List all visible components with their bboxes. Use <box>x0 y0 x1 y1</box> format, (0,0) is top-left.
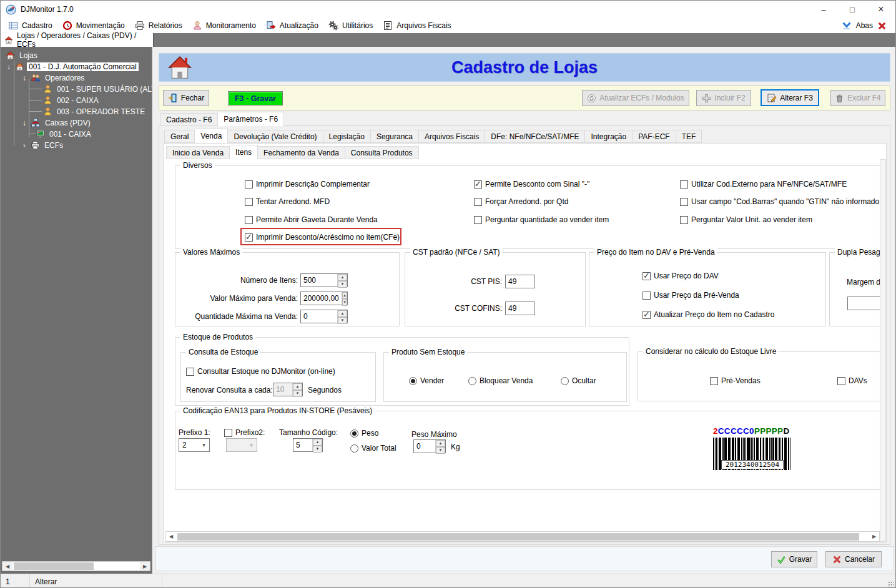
spinner-arrows[interactable]: ▲▼ <box>342 292 347 305</box>
expand-arrow-icon[interactable]: › <box>21 141 28 150</box>
tab-itens[interactable]: Itens <box>230 145 258 159</box>
checkbox-usar-campo-cod-barras[interactable]: Usar campo "Cod.Barras" quando "GTIN" nã… <box>680 197 879 207</box>
tab-venda[interactable]: Venda <box>195 129 228 143</box>
quantidade-maxima-venda-spinner[interactable]: 0▲▼ <box>300 310 348 323</box>
tab-paf-ecf[interactable]: PAF-ECF <box>633 130 676 143</box>
spinner-value[interactable]: 500 <box>301 274 337 287</box>
scrollbar-thumb[interactable] <box>177 533 859 541</box>
renovar-consulta-spinner[interactable]: 10▲▼ <box>273 383 303 396</box>
tree-horizontal-scrollbar[interactable]: ◀ ▶ <box>2 561 150 571</box>
checkbox-usar-preco-dav[interactable]: Usar Preço do DAV <box>642 271 719 281</box>
resize-grip[interactable] <box>888 581 894 587</box>
incluir-button[interactable]: Incluir F2 <box>696 90 751 106</box>
menu-movimentacao[interactable]: Movimentação <box>59 19 131 32</box>
cancelar-button[interactable]: Cancelar <box>825 551 882 567</box>
tab-devolucao[interactable]: Devolução (Vale Crédito) <box>228 130 323 143</box>
tree-item-ecfs[interactable]: › ECFs <box>21 140 65 150</box>
spinner-arrows[interactable]: ▲▼ <box>337 310 347 323</box>
radio-vender[interactable]: Vender <box>409 376 444 386</box>
margem-input[interactable]: 15, <box>847 296 880 310</box>
prefixo2-select[interactable]: ▼ <box>226 438 257 452</box>
checkbox-permite-abrir-gaveta[interactable]: Permite Abrir Gaveta Durante Venda <box>245 215 378 225</box>
tab-cadastro-f6[interactable]: Cadastro - F6 <box>160 113 218 126</box>
close-button[interactable]: × <box>867 1 895 18</box>
checkbox-consultar-estoque[interactable]: Consultar Estoque no DJMonitor (on-line) <box>186 366 335 376</box>
maximize-button[interactable]: □ <box>838 1 867 18</box>
checkbox-forcar-arredond-qtd[interactable]: Forçar Arredond. por Qtd <box>474 197 568 207</box>
checkbox-utilizar-cod-externo[interactable]: Utilizar Cod.Externo para NFe/NFCe/SAT/M… <box>680 179 847 189</box>
excluir-button[interactable]: Excluir F4 <box>830 90 885 106</box>
checkbox-permite-desconto-sinal[interactable]: Permite Desconto com Sinal "-" <box>474 179 589 189</box>
scroll-right-icon[interactable]: ▶ <box>869 532 879 541</box>
spinner-arrows[interactable]: ▲▼ <box>312 439 322 451</box>
tab-dfe[interactable]: DFe: NFe/NFCe/SAT/MFE <box>485 130 585 143</box>
abas-label[interactable]: Abas <box>856 21 873 30</box>
checkbox-imprimir-descricao-complementar[interactable]: Imprimir Descrição Complementar <box>245 179 370 189</box>
checkbox-atualizar-preco-item[interactable]: Atualizar Preço do Item no Cadastro <box>642 310 774 320</box>
checkbox-perguntar-valor-unit[interactable]: Perguntar Valor Unit. ao vender item <box>680 215 812 225</box>
spinner-value[interactable]: 5 <box>293 439 312 451</box>
tree-item-operadores[interactable]: ↓ Operadores <box>21 72 86 83</box>
minimize-button[interactable]: – <box>809 1 838 18</box>
close-tabs-icon[interactable] <box>877 21 887 31</box>
tree-item-caixa-001[interactable]: 001 - CAIXA <box>36 129 93 139</box>
menu-cadastro[interactable]: Cadastro <box>4 19 59 32</box>
spinner-arrows[interactable]: ▲▼ <box>337 274 347 287</box>
content-vertical-scrollbar[interactable] <box>880 159 886 542</box>
valor-maximo-venda-spinner[interactable]: 200000,00▲▼ <box>300 292 348 305</box>
radio-peso[interactable]: Peso <box>350 428 378 438</box>
numero-itens-spinner[interactable]: 500▲▼ <box>300 273 348 287</box>
tree-item-operador-001[interactable]: 001 - SUPER USUÁRIO (ALTERE <box>43 84 152 94</box>
cst-cofins-input[interactable]: 49 <box>505 301 535 315</box>
expand-arrow-icon[interactable]: ↓ <box>21 74 28 82</box>
tree-item-loja-001[interactable]: ↓ 001 - D.J. Automação Comercial <box>5 61 139 72</box>
spinner-arrows[interactable]: ▲▼ <box>292 383 302 396</box>
menu-monitoramento[interactable]: Monitoramento <box>189 19 262 32</box>
checkbox-pre-vendas[interactable]: Pré-Vendas <box>710 376 761 386</box>
alterar-button[interactable]: Alterar F3 <box>761 89 819 106</box>
tab-parametros-f6[interactable]: Parâmetros - F6 <box>218 112 284 126</box>
fechar-button[interactable]: Fechar <box>163 90 209 106</box>
checkbox-davs[interactable]: DAVs <box>837 376 867 386</box>
atualizar-ecfs-button[interactable]: Atualizar ECFs / Modulos <box>582 90 689 106</box>
cst-pis-input[interactable]: 49 <box>505 275 535 288</box>
tab-tef[interactable]: TEF <box>676 130 702 143</box>
tab-legislacao[interactable]: Legislação <box>323 130 371 143</box>
tab-geral[interactable]: Geral <box>164 130 195 143</box>
checkbox-prefixo2[interactable]: Prefixo2: <box>224 428 265 438</box>
scrollbar-thumb[interactable] <box>14 562 94 570</box>
tab-seguranca[interactable]: Seguranca <box>371 130 419 143</box>
spinner-value[interactable]: 0 <box>414 440 435 453</box>
tamanho-codigo-spinner[interactable]: 5▲▼ <box>293 438 323 452</box>
tree-item-caixas-pdv[interactable]: ↓ Caixas (PDV) <box>21 117 92 128</box>
gravar-button[interactable]: Gravar <box>771 551 817 567</box>
checkbox-usar-preco-pre-venda[interactable]: Usar Preço da Pré-Venda <box>642 290 739 300</box>
spinner-arrows[interactable]: ▲▼ <box>435 440 445 453</box>
peso-maximo-spinner[interactable]: 0▲▼ <box>413 439 446 453</box>
radio-ocultar[interactable]: Ocultar <box>561 376 596 386</box>
menu-atualizacao[interactable]: Atualização <box>262 19 325 32</box>
tab-integracao[interactable]: Integração <box>585 130 633 143</box>
radio-bloquear-venda[interactable]: Bloquear Venda <box>468 376 533 386</box>
radio-valor-total[interactable]: Valor Total <box>350 443 396 453</box>
tab-inicio-da-venda[interactable]: Inicio da Venda <box>166 146 230 159</box>
tab-arquivos-fiscais[interactable]: Arquivos Fiscais <box>419 130 485 143</box>
menu-arquivos-fiscais[interactable]: Arquivos Fiscais <box>379 19 457 32</box>
tab-fechamento-da-venda[interactable]: Fechamento da Venda <box>258 146 345 159</box>
scroll-right-icon[interactable]: ▶ <box>140 562 150 571</box>
tree-item-operador-002[interactable]: 002 - CAIXA <box>43 95 101 105</box>
prefixo1-select[interactable]: 2▼ <box>179 438 210 452</box>
f3-gravar-badge[interactable]: F3 - Gravar <box>228 91 283 105</box>
menu-utilitarios[interactable]: Utilitários <box>325 19 379 32</box>
tab-consulta-produtos[interactable]: Consulta Produtos <box>345 146 419 159</box>
checkbox-tentar-arredond-mfd[interactable]: Tentar Arredond. MFD <box>245 197 330 207</box>
scroll-left-icon[interactable]: ◀ <box>166 532 176 541</box>
tab-lojas-operadores[interactable]: Lojas / Operadores / Caixas (PDV) / ECFs <box>1 33 154 47</box>
tree-item-operador-003[interactable]: 003 - OPERADOR TESTE <box>43 106 147 117</box>
spinner-value[interactable]: 0 <box>301 310 337 323</box>
tree-item-lojas[interactable]: Lojas <box>6 50 39 61</box>
expand-arrow-icon[interactable]: ↓ <box>21 119 28 127</box>
chevron-down-icon[interactable] <box>842 21 852 30</box>
scroll-left-icon[interactable]: ◀ <box>2 562 12 571</box>
spinner-value[interactable]: 200000,00 <box>301 292 342 305</box>
